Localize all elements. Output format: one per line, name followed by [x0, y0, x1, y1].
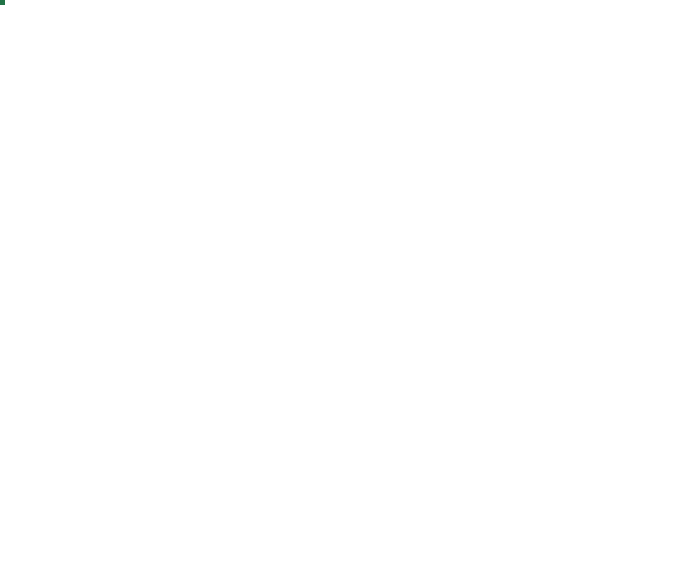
selection-outline [0, 0, 4, 4]
fill-handle[interactable] [0, 0, 5, 5]
spreadsheet [0, 0, 684, 572]
